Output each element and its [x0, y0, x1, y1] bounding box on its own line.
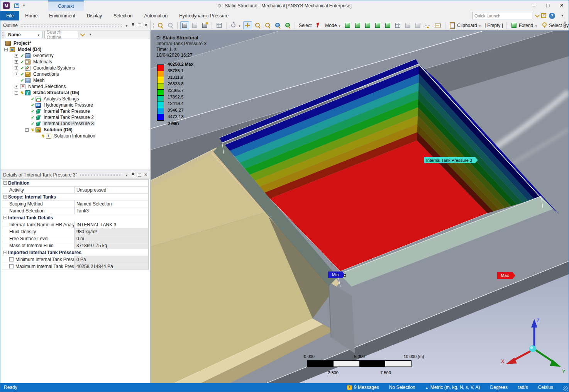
- isometric-view-icon[interactable]: [180, 21, 189, 29]
- zoom-box-undo-icon[interactable]: [156, 21, 165, 29]
- rotate-icon[interactable]: [229, 21, 242, 29]
- details-row-value[interactable]: 980 kg/m³: [75, 228, 148, 235]
- details-row-value[interactable]: 0 m: [75, 235, 148, 242]
- pan-icon[interactable]: [243, 21, 252, 29]
- outline-menu-icon[interactable]: [125, 23, 128, 28]
- details-row-value[interactable]: Tank3: [75, 207, 148, 214]
- details-row-value[interactable]: 0 Pa: [75, 256, 148, 263]
- graphics-viewport[interactable]: D: Static Structural Internal Tank Press…: [151, 31, 569, 383]
- status-item[interactable]: Degrees: [490, 385, 508, 390]
- section-collapse-icon[interactable]: [3, 251, 7, 254]
- tree-item[interactable]: + ✓ Geometry: [0, 53, 150, 59]
- expand-toggle[interactable]: +: [15, 73, 18, 76]
- app-icon[interactable]: M: [3, 2, 10, 9]
- select-element-filter-icon[interactable]: [403, 21, 412, 29]
- max-probe-tag[interactable]: Max: [497, 272, 515, 279]
- filter-type-dropdown[interactable]: Name: [6, 31, 42, 38]
- select-edge-filter-icon[interactable]: [353, 21, 362, 29]
- expand-toggle[interactable]: −: [4, 48, 8, 51]
- status-item[interactable]: 9 Messages: [347, 385, 379, 390]
- select-cursor-icon[interactable]: [314, 21, 323, 29]
- expand-toggle[interactable]: −: [25, 128, 29, 132]
- separator[interactable]: [212, 22, 212, 29]
- tree-item[interactable]: ✓ Analysis Settings: [0, 96, 150, 102]
- details-row[interactable]: Scoping Method Named Selection: [2, 200, 148, 207]
- select-element-face-filter-icon[interactable]: [413, 21, 422, 29]
- tree-item[interactable]: Project*: [0, 40, 150, 46]
- context-tab[interactable]: Context: [48, 0, 84, 11]
- viewports-icon[interactable]: [215, 21, 224, 29]
- details-row[interactable]: Activity Unsuppressed: [2, 187, 148, 193]
- ribbon-tab[interactable]: Selection: [108, 11, 138, 20]
- zoom-fit-icon[interactable]: [273, 21, 282, 29]
- tree-item[interactable]: ✓ Mesh: [0, 77, 150, 83]
- status-item[interactable]: No Selection: [389, 385, 415, 390]
- expand-toggle[interactable]: +: [15, 60, 18, 64]
- tree-item[interactable]: − Model (D4): [0, 46, 150, 53]
- section-collapse-icon[interactable]: [3, 181, 7, 185]
- quick-launch-input[interactable]: [472, 12, 532, 19]
- tree-item[interactable]: ✓ Internal Tank Pressure 3: [0, 120, 150, 127]
- details-row-value[interactable]: INTERNAL TANK 3: [75, 221, 148, 228]
- details-row[interactable]: Imported Internal Tank Pressures: [2, 249, 148, 256]
- minimize-button[interactable]: [527, 0, 541, 10]
- details-row[interactable]: Mass of Internal Fluid 3718697.75 kg: [2, 242, 148, 249]
- details-row[interactable]: Internal Tank Details: [2, 214, 148, 221]
- zoom-box-redo-icon[interactable]: [166, 21, 175, 29]
- ribbon-tab[interactable]: Environment: [43, 11, 81, 20]
- close-button[interactable]: [555, 0, 569, 10]
- save-icon[interactable]: [14, 3, 19, 8]
- select-vertex-filter-icon[interactable]: [343, 21, 352, 29]
- tree-item[interactable]: + ✓ Coordinate Systems: [0, 65, 150, 71]
- extend-menu[interactable]: Extend: [510, 21, 539, 29]
- separator[interactable]: [445, 22, 445, 29]
- zoom-in-icon[interactable]: [263, 21, 272, 29]
- section-collapse-icon[interactable]: [3, 195, 7, 199]
- separator[interactable]: [177, 22, 178, 29]
- expand-toggle[interactable]: +: [15, 66, 18, 70]
- status-item[interactable]: rad/s: [518, 385, 528, 390]
- tree-item[interactable]: ↯ Solution Information: [0, 133, 150, 139]
- clipboard-menu[interactable]: Clipboard: [448, 21, 482, 29]
- separator[interactable]: [506, 22, 507, 29]
- outline-close-icon[interactable]: [144, 23, 147, 28]
- select-node-filter-icon[interactable]: [383, 21, 392, 29]
- label-tag-icon[interactable]: [434, 21, 442, 29]
- outline-pin-icon[interactable]: [131, 23, 135, 28]
- tree-item[interactable]: ✓ Internal Tank Pressure: [0, 108, 150, 114]
- details-row[interactable]: Definition: [2, 180, 148, 187]
- details-maximize-icon[interactable]: [138, 173, 141, 176]
- tree-item[interactable]: − ↯ Static Structural (D5): [0, 90, 150, 96]
- tree-item[interactable]: + Named Selections: [0, 83, 150, 90]
- details-row[interactable]: Fluid Density 980 kg/m³: [2, 228, 148, 235]
- details-row-value[interactable]: 3718697.75 kg: [75, 242, 148, 249]
- clipboard-empty-label[interactable]: [ Empty ]: [484, 22, 504, 29]
- details-row[interactable]: Scope: Internal Tanks: [2, 193, 148, 200]
- help-icon[interactable]: ?: [549, 13, 555, 19]
- expand-toggle[interactable]: +: [15, 54, 18, 58]
- details-row[interactable]: Internal Tank Name in HR Analysis INTERN…: [2, 221, 148, 228]
- details-checkbox[interactable]: [9, 264, 14, 268]
- help-caret-icon[interactable]: [561, 14, 564, 17]
- ribbon-tab[interactable]: Hydrodynamic Pressure: [173, 11, 234, 20]
- details-row-value[interactable]: Unsuppressed: [75, 187, 148, 193]
- select-mesh-filter-icon[interactable]: [393, 21, 402, 29]
- select-label[interactable]: Select: [298, 22, 313, 29]
- select-body-filter-icon[interactable]: [373, 21, 382, 29]
- search-outline-input[interactable]: Search Outline: [44, 31, 78, 38]
- tank-annotation-tag[interactable]: Internal Tank Pressure 3: [424, 157, 478, 163]
- separator[interactable]: [226, 22, 227, 29]
- ribbon-tab[interactable]: Home: [19, 11, 43, 20]
- mode-label[interactable]: Mode: [324, 22, 342, 29]
- tree-item[interactable]: ✓ Internal Tank Pressure 2: [0, 114, 150, 120]
- zoom-icon[interactable]: [253, 21, 262, 29]
- details-menu-icon[interactable]: [125, 172, 128, 178]
- look-at-icon[interactable]: [200, 21, 209, 29]
- search-expand-chevron-icon[interactable]: [80, 32, 85, 37]
- expand-toggle[interactable]: +: [15, 85, 18, 88]
- outline-maximize-icon[interactable]: [138, 24, 141, 27]
- resize-grip[interactable]: [563, 386, 568, 391]
- separator[interactable]: [295, 22, 295, 29]
- tree-item[interactable]: ✓ Hydrodynamic Pressure: [0, 102, 150, 108]
- expand-toggle[interactable]: −: [15, 91, 18, 95]
